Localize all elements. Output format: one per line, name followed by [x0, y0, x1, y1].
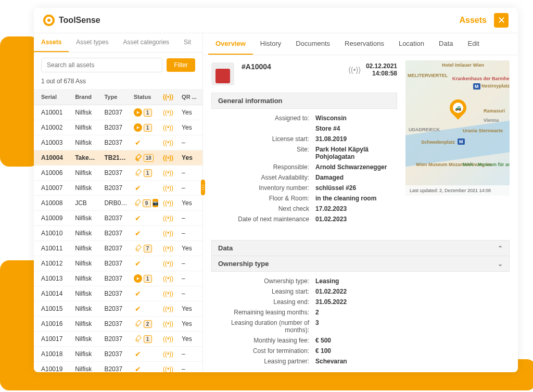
cell-type: B2037	[101, 166, 130, 181]
table-row[interactable]: A10008JCBDRB019🏷9📷1((•))Yes	[34, 196, 202, 211]
camera-icon: 📷	[153, 199, 158, 207]
cell-signal: ((•))	[160, 286, 179, 301]
check-icon: ✔	[134, 138, 142, 147]
table-row[interactable]: A10010NilfiskB2037✔((•))–	[34, 226, 202, 241]
info-value: 17.02.2023	[315, 205, 397, 212]
info-label: Leasing end:	[211, 298, 315, 306]
signal-icon: ((•))	[163, 199, 173, 207]
sub-tab-asset-categories[interactable]: Asset categories	[116, 33, 176, 52]
section-general[interactable]: General information	[211, 93, 397, 109]
info-value: Arnold Schwarzenegger	[315, 163, 397, 171]
cell-status: ✔	[131, 347, 160, 362]
cell-brand: Nilfisk	[72, 241, 101, 256]
col-signal[interactable]: ((•))	[160, 89, 179, 105]
location-map[interactable]: Hotel Imlauer Wien MELITERVIERTEL Kranke…	[405, 60, 510, 196]
tab-history[interactable]: History	[253, 33, 288, 55]
table-row[interactable]: A10002NilfiskB2037➤1((•))Yes	[34, 120, 202, 135]
table-row[interactable]: A10017NilfiskB2037🏷1((•))Yes	[34, 332, 202, 347]
col-serial[interactable]: Serial	[34, 89, 72, 105]
info-label: License start:	[211, 135, 315, 143]
cell-qr: –	[179, 166, 202, 181]
cell-qr: –	[179, 286, 202, 301]
cell-qr: –	[179, 211, 202, 226]
info-value: € 500	[315, 337, 510, 344]
table-row[interactable]: A10004TakeushiTB215R🏷18((•))Yes	[34, 150, 202, 166]
tag-icon: 🏷	[132, 167, 144, 179]
info-row: Responsible:Arnold Schwarzenegger	[211, 162, 397, 172]
sub-tab-asset-types[interactable]: Asset types	[69, 33, 116, 52]
tab-reservations[interactable]: Reservations	[337, 33, 391, 55]
col-type[interactable]: Type	[101, 89, 130, 105]
info-value: 01.02.2023	[315, 216, 397, 223]
table-row[interactable]: A10018NilfiskB2037✔((•))–	[34, 347, 202, 362]
table-row[interactable]: A10007NilfiskB2037✔((•))–	[34, 181, 202, 196]
info-row: Leasing duration (number of months):3	[211, 318, 510, 335]
info-label: Ownership type:	[211, 277, 315, 285]
cell-status: 🏷2	[131, 317, 160, 332]
search-input[interactable]	[41, 58, 162, 72]
cell-brand: Nilfisk	[72, 256, 101, 271]
map-marker: 🚜	[450, 99, 466, 120]
cell-status: 🏷18	[131, 150, 160, 166]
cell-status: ✔	[131, 135, 160, 150]
info-value: Leasing	[315, 277, 510, 285]
table-row[interactable]: A10019NilfiskB2037✔((•))–	[34, 362, 202, 373]
location-icon: ➤	[134, 108, 142, 117]
panel-resize-handle[interactable]	[201, 180, 205, 195]
info-label: Leasing partner:	[211, 358, 315, 365]
filter-button[interactable]: Filter	[167, 58, 195, 72]
cell-serial: A10013	[34, 271, 72, 286]
table-row[interactable]: A10009NilfiskB2037✔((•))–	[34, 211, 202, 226]
table-row[interactable]: A10016NilfiskB2037🏷2((•))Yes	[34, 317, 202, 332]
app-window: ToolSense Assets ✕ AssetsAsset typesAsse…	[34, 8, 518, 372]
cell-status: ✔	[131, 362, 160, 373]
cell-serial: A10010	[34, 226, 72, 241]
info-row: Leasing end:31.05.2022	[211, 297, 510, 307]
info-row: Site:Park Hotel Käpylä Pohjolagatan	[211, 144, 397, 162]
cell-status: 🏷1	[131, 166, 160, 181]
col-brand[interactable]: Brand	[72, 89, 101, 105]
tab-edit[interactable]: Edit	[461, 33, 487, 55]
section-ownership[interactable]: Ownership type⌄	[211, 256, 510, 272]
asset-list-panel: AssetsAsset typesAsset categoriesSit Fil…	[34, 33, 203, 372]
signal-icon: ((•))	[163, 275, 173, 282]
signal-icon: ((•))	[163, 139, 173, 146]
cell-type: B2037	[101, 135, 130, 150]
info-value: 3	[315, 319, 510, 334]
tab-overview[interactable]: Overview	[208, 33, 253, 55]
last-seen-timestamp: 02.12.2021 14:08:58	[366, 62, 397, 77]
info-label: Responsible:	[211, 163, 315, 171]
sub-tab-assets[interactable]: Assets	[34, 33, 69, 52]
sub-tab-sit[interactable]: Sit	[176, 33, 198, 52]
status-badge: 1	[144, 124, 152, 132]
cell-type: B2037	[101, 241, 130, 256]
tab-documents[interactable]: Documents	[288, 33, 337, 55]
col-status[interactable]: Status	[131, 89, 160, 105]
table-row[interactable]: A10014NilfiskB2037✔((•))–	[34, 286, 202, 301]
info-value: Schevaran	[315, 358, 510, 365]
table-row[interactable]: A10003NilfiskB2037✔((•))–	[34, 135, 202, 150]
location-icon: ➤	[134, 123, 142, 132]
cell-type: B2037	[101, 211, 130, 226]
table-row[interactable]: A10001NilfiskB2037➤1((•))Yes	[34, 105, 202, 120]
info-value: 31.08.2019	[315, 135, 397, 143]
table-row[interactable]: A10015NilfiskB2037✔((•))Yes	[34, 301, 202, 317]
tab-data[interactable]: Data	[432, 33, 460, 55]
close-panel-button[interactable]: ✕	[494, 13, 509, 28]
cell-status: ✔	[131, 181, 160, 196]
cell-brand: Nilfisk	[72, 271, 101, 286]
table-row[interactable]: A10011NilfiskB2037🏷7((•))Yes	[34, 241, 202, 256]
info-row: Ownership type:Leasing	[211, 276, 510, 286]
table-row[interactable]: A10006NilfiskB2037🏷1((•))–	[34, 166, 202, 181]
table-row[interactable]: A10012NilfiskB2037✔((•))–	[34, 256, 202, 271]
section-data[interactable]: Data⌃	[211, 240, 510, 256]
table-row[interactable]: A10013NilfiskB2037➤1((•))–	[34, 271, 202, 286]
cell-signal: ((•))	[160, 332, 179, 347]
chevron-up-icon: ⌃	[498, 245, 503, 252]
cell-type: B2037	[101, 332, 130, 347]
col-qr[interactable]: QR ...	[179, 89, 202, 105]
tab-location[interactable]: Location	[391, 33, 432, 55]
check-icon: ✔	[134, 184, 142, 192]
cell-serial: A10001	[34, 105, 72, 120]
cell-qr: Yes	[179, 301, 202, 317]
